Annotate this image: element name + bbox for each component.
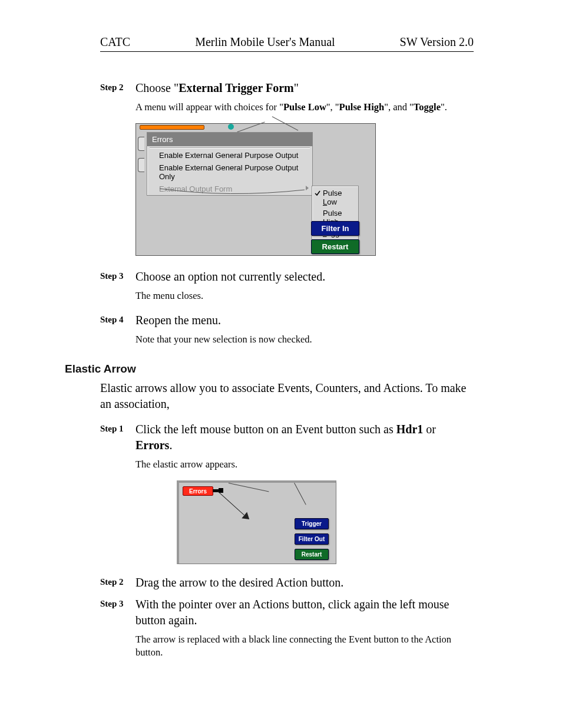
menu-header: Errors	[147, 133, 312, 146]
header-right: SW Version 2.0	[400, 35, 474, 49]
decor-teal-dot	[228, 124, 234, 130]
step-2a: Step 2 Choose "External Trigger Form"	[100, 80, 474, 96]
decor-line	[229, 483, 269, 493]
decor-top-lines	[236, 123, 307, 129]
step-label: Step 4	[100, 312, 135, 328]
header-center: Merlin Mobile User's Manual	[195, 35, 335, 49]
header-left: CATC	[100, 35, 130, 49]
menu-item-enable-output-only[interactable]: Enable External General Purpose Output O…	[147, 162, 312, 183]
step-label: Step 1	[100, 421, 135, 453]
step-1b: Step 1 Click the left mouse button on an…	[100, 421, 474, 453]
step-2a-note: A menu will appear with choices for "Pul…	[135, 101, 474, 114]
restart-button[interactable]: Restart	[295, 549, 329, 560]
step-2b: Step 2 Drag the arrow to the desired Act…	[100, 575, 474, 591]
step-4a: Step 4 Reopen the menu.	[100, 312, 474, 328]
step-body: With the pointer over an Actions button,…	[135, 597, 474, 628]
step-3a: Step 3 Choose an option not currently se…	[100, 269, 474, 285]
menu-item-enable-output[interactable]: Enable External General Purpose Output	[147, 149, 312, 162]
step-label: Step 3	[100, 269, 135, 285]
step-body: Choose "External Trigger Form"	[135, 80, 474, 96]
decor-bracket	[138, 137, 144, 151]
trigger-button[interactable]: Trigger	[295, 518, 329, 529]
step-1b-note: The elastic arrow appears.	[135, 458, 474, 471]
figure-elastic-arrow-screenshot: Errors Trigger Filter Out Restart	[177, 480, 336, 564]
page-header: CATC Merlin Mobile User's Manual SW Vers…	[100, 35, 474, 52]
decor-line	[293, 483, 306, 505]
step-4a-note: Note that your new selection is now chec…	[135, 333, 474, 346]
submenu-item-pulse-low[interactable]: Pulse Low	[312, 187, 358, 207]
step-label: Step 2	[100, 80, 135, 96]
step-body: Drag the arrow to the desired Action but…	[135, 575, 474, 591]
step-3a-note: The menu closes.	[135, 289, 474, 302]
errors-event-button[interactable]: Errors	[183, 486, 213, 496]
decor-bracket	[138, 158, 144, 172]
restart-button[interactable]: Restart	[311, 239, 359, 254]
section-intro: Elastic arrows allow you to associate Ev…	[100, 380, 474, 412]
menu-separator	[150, 147, 310, 148]
filter-in-button[interactable]: Filter In	[311, 221, 359, 236]
step-body: Reopen the menu.	[135, 312, 474, 328]
step-label: Step 2	[100, 575, 135, 591]
step-body: Click the left mouse button on an Event …	[135, 421, 474, 453]
decor-swoosh-line	[158, 186, 306, 198]
figure-menu-screenshot: Errors Enable External General Purpose O…	[135, 123, 376, 256]
submenu-arrow-icon	[306, 186, 309, 190]
step-3b: Step 3 With the pointer over an Actions …	[100, 597, 474, 628]
filter-out-button[interactable]: Filter Out	[295, 533, 329, 545]
step-body: Choose an option not currently selected.	[135, 269, 474, 285]
decor-orange-bar	[140, 125, 204, 130]
step-label: Step 3	[100, 597, 135, 628]
section-title-elastic-arrow: Elastic Arrow	[65, 363, 474, 375]
elastic-arrow-line	[217, 491, 244, 516]
checkmark-icon	[315, 189, 320, 195]
step-3b-note: The arrow is replaced with a black line …	[135, 633, 474, 660]
